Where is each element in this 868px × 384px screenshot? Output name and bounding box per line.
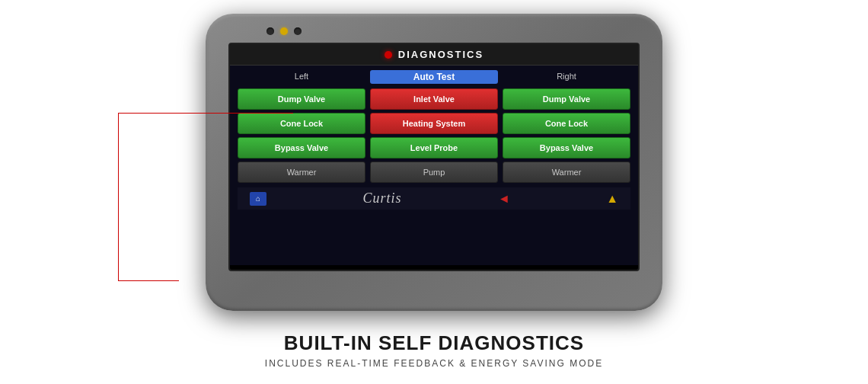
dot-1 (266, 27, 274, 35)
button-row-2: Cone Lock Heating System Cone Lock (238, 113, 630, 134)
annotation-line-bottom (118, 280, 179, 281)
center-level-probe-button[interactable]: Level Probe (370, 137, 498, 158)
button-row-1: Dump Valve Inlet Valve Dump Valve (238, 88, 630, 110)
sub-title: INCLUDES REAL-TIME FEEDBACK & ENERGY SAV… (0, 358, 868, 369)
right-bypass-valve-button[interactable]: Bypass Valve (503, 137, 630, 158)
up-arrow-icon[interactable]: ▲ (606, 192, 618, 206)
col-header-left: Left (238, 70, 365, 84)
left-bypass-valve-button[interactable]: Bypass Valve (238, 137, 365, 158)
home-icon: ⌂ (256, 194, 260, 203)
dot-3 (294, 27, 302, 35)
right-warmer-button[interactable]: Warmer (503, 162, 630, 183)
annotation-line-horizontal (118, 113, 293, 114)
col-header-autotest[interactable]: Auto Test (370, 70, 498, 84)
screen-header: DIAGNOSTICS (230, 44, 638, 66)
column-headers: Left Auto Test Right (238, 70, 630, 84)
page-container: DIAGNOSTICS Left Auto Test Right (0, 0, 868, 384)
home-button[interactable]: ⌂ (250, 192, 266, 206)
back-arrow-icon[interactable]: ◄ (498, 192, 510, 206)
left-cone-lock-button[interactable]: Cone Lock (238, 113, 365, 134)
center-pump-button[interactable]: Pump (370, 162, 498, 183)
col-header-right: Right (503, 70, 630, 84)
center-heating-system-button[interactable]: Heating System (370, 113, 498, 134)
screen: DIAGNOSTICS Left Auto Test Right (228, 43, 640, 271)
screen-body: Left Auto Test Right Dump Valve Inlet Va… (230, 66, 638, 265)
button-row-4: Warmer Pump Warmer (238, 162, 630, 183)
annotation-line-vertical (118, 113, 119, 280)
center-inlet-valve-button[interactable]: Inlet Valve (370, 88, 498, 110)
left-warmer-button[interactable]: Warmer (238, 162, 365, 183)
device: DIAGNOSTICS Left Auto Test Right (206, 14, 662, 311)
indicator-dots (266, 27, 302, 35)
bottom-caption: BUILT-IN SELF DIAGNOSTICS INCLUDES REAL-… (0, 331, 868, 369)
dot-2 (280, 27, 288, 35)
main-title: BUILT-IN SELF DIAGNOSTICS (0, 331, 868, 355)
screen-footer: ⌂ Curtis ◄ ▲ (238, 187, 630, 210)
screen-title: DIAGNOSTICS (398, 49, 483, 60)
header-indicator-dot (385, 51, 392, 59)
brand-logo: Curtis (362, 190, 401, 206)
right-cone-lock-button[interactable]: Cone Lock (503, 113, 630, 134)
button-row-3: Bypass Valve Level Probe Bypass Valve (238, 137, 630, 158)
right-dump-valve-button[interactable]: Dump Valve (503, 88, 630, 110)
left-dump-valve-button[interactable]: Dump Valve (238, 88, 365, 110)
